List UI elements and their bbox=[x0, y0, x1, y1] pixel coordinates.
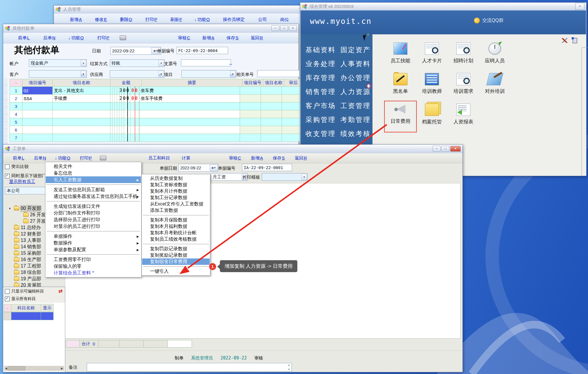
cell-memo[interactable] bbox=[140, 118, 240, 126]
toolbar-item[interactable]: 新增A bbox=[69, 17, 82, 22]
cell-project-code[interactable] bbox=[22, 102, 53, 110]
main-menu-item[interactable]: 客户市场 bbox=[306, 101, 336, 110]
menu-item[interactable] bbox=[47, 201, 140, 201]
exit-icon[interactable] bbox=[573, 38, 577, 43]
toolbar-item[interactable]: 后单N bbox=[42, 35, 55, 41]
toolbar-item[interactable]: 删除D bbox=[119, 17, 132, 22]
menu-item[interactable]: 数据操作▶ bbox=[46, 240, 141, 246]
checkbox[interactable] bbox=[5, 164, 10, 169]
app-icon[interactable]: 培训需求 bbox=[448, 71, 479, 101]
menu-item[interactable]: 备忘信息 bbox=[46, 170, 141, 176]
app-icon[interactable]: 招聘计划 bbox=[448, 40, 479, 71]
checkbox-option[interactable]: 只显示可编辑科目 bbox=[5, 289, 63, 294]
column-header[interactable]: 项目编号 bbox=[22, 79, 53, 87]
cell-project-name[interactable]: 支出 - 其他支出 bbox=[53, 87, 110, 95]
wage-titlebar[interactable]: 工资单 ─ □ × bbox=[3, 145, 462, 153]
main-menu-item[interactable]: 库存管理 bbox=[306, 73, 336, 82]
checkbox-option[interactable]: 同时显示下级部门 bbox=[5, 173, 46, 179]
menu-item[interactable]: 复制本月考勤统计台帐 bbox=[142, 230, 210, 236]
menu-item[interactable]: 添加工资数据 bbox=[142, 207, 210, 214]
table-row[interactable]: 2 SS4 手续费 20000 坐车手续费 bbox=[10, 95, 303, 102]
app-icon[interactable]: 黑名单 bbox=[385, 71, 416, 101]
menu-item[interactable]: 保留输入的零 bbox=[46, 263, 141, 270]
cell-extra[interactable] bbox=[282, 95, 301, 102]
project-picker-link[interactable]: .. bbox=[230, 71, 233, 76]
main-menu-item[interactable]: 业务处理 bbox=[306, 59, 336, 68]
toolbar-item[interactable]: 员工和科目 bbox=[148, 155, 170, 161]
cheque-input[interactable] bbox=[181, 59, 231, 66]
menu-item[interactable] bbox=[47, 185, 140, 185]
menu-item[interactable]: 复制本月福利数据 bbox=[142, 223, 210, 230]
cell-memo[interactable] bbox=[140, 102, 240, 110]
qq-group-link[interactable]: 交流QQ群 bbox=[474, 17, 504, 24]
column-header[interactable]: 金额 bbox=[110, 79, 142, 87]
toolbar-item[interactable]: 修改E bbox=[94, 17, 107, 22]
menu-item[interactable]: 复制工资标准数据 bbox=[142, 182, 210, 188]
column-header[interactable]: 显示 bbox=[41, 304, 54, 312]
cell-extra[interactable] bbox=[261, 134, 282, 142]
main-menu-item[interactable]: 人力资源 bbox=[340, 87, 371, 96]
toolbar-item[interactable]: ↓功能O bbox=[55, 155, 70, 161]
cell-extra[interactable] bbox=[282, 134, 301, 142]
main-menu-item[interactable]: 采购管理 bbox=[306, 115, 336, 124]
supplier-picker-link[interactable]: .. bbox=[159, 71, 162, 76]
close-button[interactable]: × bbox=[450, 146, 461, 152]
settle-select[interactable]: 转账▼ bbox=[110, 59, 165, 67]
docno-input[interactable]: FC-22-09-22-0004 bbox=[176, 47, 228, 54]
menu-item[interactable]: 对显示的员工进行打印 bbox=[46, 223, 141, 230]
cell-extra[interactable] bbox=[282, 118, 301, 126]
menu-item[interactable]: 复制罚款记录数据 bbox=[142, 246, 210, 252]
customer-select[interactable]: ▼ bbox=[29, 70, 87, 78]
main-menu-item[interactable]: 基础资料 bbox=[306, 45, 336, 54]
main-menu-item[interactable]: 考勤管理 bbox=[340, 115, 371, 124]
cell-extra[interactable] bbox=[261, 102, 282, 110]
toolbar-item[interactable]: 打印P bbox=[96, 35, 109, 41]
cell-amount[interactable] bbox=[110, 118, 140, 126]
cell-extra[interactable] bbox=[261, 95, 282, 102]
printer-icon[interactable] bbox=[120, 36, 126, 40]
cell-memo[interactable] bbox=[140, 110, 240, 118]
main-menu-item[interactable]: 固定资产 bbox=[340, 45, 371, 54]
site-url[interactable]: www.myoit.cn bbox=[310, 17, 372, 26]
menu-item[interactable]: 复制宿舍日常费用 bbox=[142, 258, 210, 265]
cell-amount[interactable] bbox=[110, 102, 140, 110]
app-icon[interactable]: 应聘人员 bbox=[479, 40, 511, 71]
checkbox[interactable] bbox=[5, 289, 10, 294]
menu-item[interactable]: 工资费用零不打印 bbox=[46, 256, 141, 263]
menu-item[interactable] bbox=[47, 254, 140, 255]
menu-item[interactable]: 分部门制作文件和打印 bbox=[46, 210, 141, 216]
menu-item[interactable]: 复制本月计件数据 bbox=[142, 188, 210, 194]
checkbox-option[interactable]: 突出比较 bbox=[5, 164, 46, 169]
table-row[interactable]: 7 bbox=[10, 134, 303, 142]
printer-icon[interactable] bbox=[100, 156, 106, 160]
toolbar-item[interactable]: 前单L bbox=[12, 155, 24, 161]
project-select[interactable]: ▼ bbox=[181, 70, 236, 78]
toolbar-item[interactable]: 审核C bbox=[229, 155, 241, 161]
toolbar-item[interactable]: 刷新F bbox=[169, 17, 182, 22]
table-row[interactable]: 5 bbox=[10, 118, 303, 126]
wage-no-input[interactable]: IA-22-09-22-0001 bbox=[242, 164, 292, 171]
cell-extra[interactable] bbox=[282, 126, 301, 134]
related-input[interactable] bbox=[257, 70, 300, 77]
cell-extra[interactable] bbox=[261, 126, 282, 134]
main-menu-item[interactable]: 收支管理 bbox=[306, 129, 336, 138]
table-row[interactable]: 1 02 支出 - 其他支出 30000 坐车费 bbox=[10, 87, 303, 95]
payment-titlebar[interactable]: 其他付款单 ─ □ × bbox=[3, 24, 299, 33]
cell-amount[interactable] bbox=[110, 110, 140, 118]
cell-project-name[interactable] bbox=[53, 134, 110, 142]
toolbar-item[interactable]: 岗位 bbox=[279, 17, 289, 22]
cell-extra[interactable] bbox=[240, 118, 261, 126]
toolbar-item[interactable]: 返回R bbox=[295, 155, 307, 161]
cell-extra[interactable] bbox=[282, 110, 301, 118]
wage-date-input[interactable]: 2022-09-22 ▦▼ bbox=[179, 164, 218, 172]
app-icon[interactable]: 培训教师 bbox=[416, 71, 448, 101]
cell-amount[interactable] bbox=[110, 134, 140, 142]
cell-project-name[interactable] bbox=[53, 126, 110, 134]
cell-project-code[interactable] bbox=[22, 118, 53, 126]
column-header[interactable]: 项目编号 bbox=[242, 79, 263, 87]
menu-item[interactable]: 发送工资信息到员工邮箱▶ bbox=[46, 186, 141, 193]
column-header[interactable]: - bbox=[10, 79, 22, 87]
toolbar-item[interactable]: 新增A bbox=[251, 155, 263, 161]
menu-item[interactable]: 生成短信发送接口文件 bbox=[46, 203, 141, 210]
app-icon[interactable]: 日常费用 bbox=[385, 101, 416, 132]
